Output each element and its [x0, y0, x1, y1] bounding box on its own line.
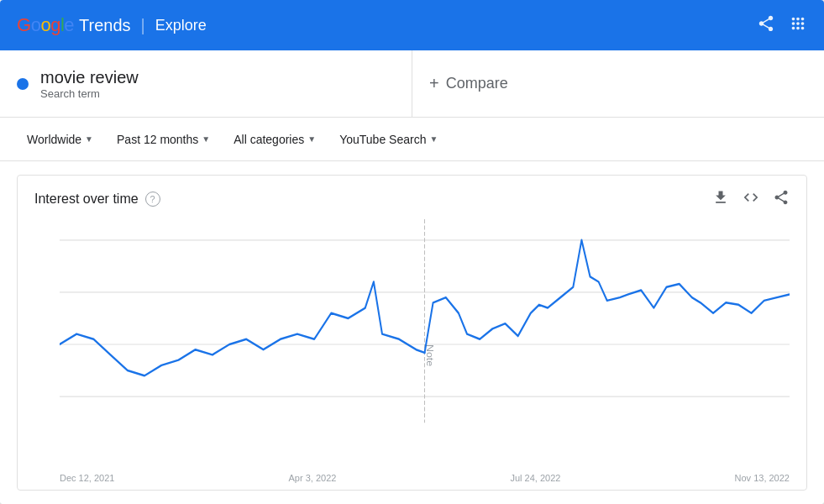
filters-row: Worldwide ▼ Past 12 months ▼ All categor…	[0, 118, 824, 161]
google-wordmark: Google	[17, 14, 74, 36]
search-type-filter[interactable]: YouTube Search ▼	[329, 128, 448, 151]
term-name: movie review	[40, 68, 139, 87]
o1-letter: o	[31, 14, 41, 35]
app-window: Google Trends | Explore movie review	[0, 0, 824, 504]
search-term-box: movie review Search term	[0, 50, 412, 117]
x-label-1: Dec 12, 2021	[60, 473, 114, 483]
categories-filter[interactable]: All categories ▼	[223, 128, 326, 151]
time-range-chevron: ▼	[202, 134, 210, 144]
o2-letter: o	[40, 14, 50, 35]
x-label-3: Jul 24, 2022	[511, 473, 561, 483]
term-type: Search term	[40, 87, 139, 100]
x-label-4: Nov 13, 2022	[735, 473, 790, 483]
explore-label: Explore	[155, 17, 207, 34]
code-icon[interactable]	[743, 189, 759, 209]
location-filter[interactable]: Worldwide ▼	[17, 128, 103, 151]
g-letter: G	[17, 14, 31, 35]
categories-chevron: ▼	[307, 134, 316, 144]
chart-area: 100 75 50 25 Note	[18, 219, 806, 470]
categories-label: All categories	[234, 133, 304, 146]
search-type-chevron: ▼	[429, 134, 438, 144]
header-bar: Google Trends | Explore	[0, 0, 824, 50]
header-actions	[757, 14, 807, 36]
header-logo: Google Trends	[17, 14, 131, 36]
share-chart-icon[interactable]	[773, 189, 790, 209]
location-chevron: ▼	[85, 134, 93, 144]
x-axis-labels: Dec 12, 2021 Apr 3, 2022 Jul 24, 2022 No…	[18, 470, 806, 490]
time-range-filter[interactable]: Past 12 months ▼	[107, 128, 220, 151]
interest-over-time-card: Interest over time ?	[17, 175, 807, 491]
trends-label: Trends	[79, 16, 131, 35]
apps-icon[interactable]	[789, 14, 807, 36]
chart-actions	[712, 189, 790, 209]
header-divider: |	[141, 16, 145, 35]
chart-title-row: Interest over time ?	[34, 192, 160, 207]
x-label-2: Apr 3, 2022	[289, 473, 337, 483]
compare-box[interactable]: + Compare	[412, 50, 824, 117]
plus-icon: +	[429, 74, 439, 93]
chart-header: Interest over time ?	[18, 189, 806, 219]
time-range-label: Past 12 months	[117, 133, 198, 146]
term-color-indicator	[17, 78, 29, 90]
trend-chart: 100 75 50 25 Note	[60, 219, 790, 470]
help-icon[interactable]: ?	[145, 192, 160, 207]
search-row: movie review Search term + Compare	[0, 50, 824, 118]
g2-letter: g	[50, 14, 60, 35]
search-type-label: YouTube Search	[339, 133, 426, 146]
share-icon[interactable]	[757, 14, 775, 36]
term-info: movie review Search term	[40, 68, 139, 100]
main-content: Interest over time ?	[0, 161, 824, 504]
location-label: Worldwide	[27, 133, 81, 146]
download-icon[interactable]	[712, 189, 729, 209]
chart-title: Interest over time	[34, 192, 139, 207]
e-letter: e	[64, 14, 74, 35]
compare-label: Compare	[446, 75, 508, 92]
